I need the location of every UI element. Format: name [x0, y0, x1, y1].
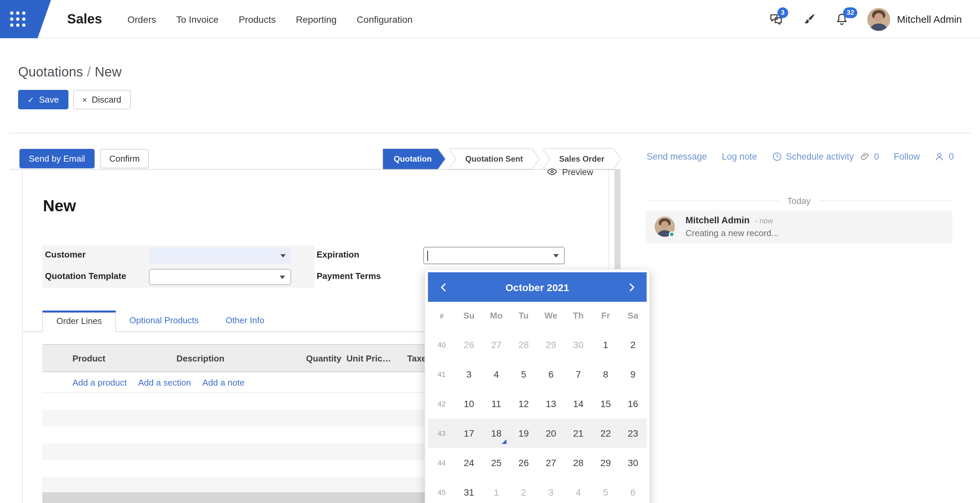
day-cell-13[interactable]: 13 [537, 389, 565, 419]
day-cell-27[interactable]: 27 [483, 330, 510, 360]
dow-su: Su [455, 302, 483, 330]
menu-item-to-invoice[interactable]: To Invoice [177, 14, 219, 24]
day-cell-2[interactable]: 2 [619, 330, 647, 360]
breadcrumb-current: New [95, 64, 122, 79]
day-cell-15[interactable]: 15 [592, 389, 619, 419]
day-cell-18[interactable]: 18 [483, 419, 510, 448]
apps-menu-button[interactable] [0, 0, 51, 38]
send-message-link[interactable]: Send message [647, 151, 707, 162]
attachment-count: 0 [874, 151, 879, 162]
send-by-email-button[interactable]: Send by Email [19, 149, 95, 168]
user-menu[interactable]: Mitchell Admin [868, 8, 962, 30]
tab-other-info[interactable]: Other Info [212, 310, 278, 331]
bell-icon[interactable]: 32 [835, 12, 850, 27]
confirm-button[interactable]: Confirm [100, 149, 149, 168]
expiration-input[interactable] [423, 247, 565, 264]
attachments-button[interactable]: 0 [860, 151, 879, 162]
link-add-a-section[interactable]: Add a section [138, 377, 191, 387]
breadcrumb-quotations[interactable]: Quotations [18, 64, 83, 79]
day-cell-12[interactable]: 12 [510, 389, 538, 419]
column-header-unit-pric: Unit Pric… [341, 353, 395, 363]
day-cell-11[interactable]: 11 [483, 389, 510, 419]
datepicker-month-label[interactable]: October 2021 [452, 281, 622, 293]
day-cell-29[interactable]: 29 [592, 448, 619, 478]
schedule-activity-link[interactable]: Schedule activity [772, 151, 854, 162]
day-cell-22[interactable]: 22 [592, 419, 619, 448]
dp-weeks: 4026272829301241345678942101112131415164… [428, 330, 647, 503]
dp-week-row: 4210111213141516 [428, 389, 647, 419]
chevron-left-icon[interactable] [435, 279, 452, 296]
status-pipeline: QuotationQuotation SentSales Order [383, 149, 620, 169]
week-number: 45 [428, 478, 455, 503]
day-cell-17[interactable]: 17 [455, 419, 483, 448]
save-button[interactable]: ✓ Save [18, 90, 68, 109]
day-cell-20[interactable]: 20 [537, 419, 565, 448]
day-cell-8[interactable]: 8 [592, 360, 619, 389]
day-cell-29[interactable]: 29 [537, 330, 565, 360]
today-divider: Today [647, 196, 951, 206]
dp-week-row: 40262728293012 [428, 330, 647, 360]
week-number: 41 [428, 360, 455, 389]
day-cell-26[interactable]: 26 [455, 330, 483, 360]
day-cell-7[interactable]: 7 [565, 360, 592, 389]
menu-item-reporting[interactable]: Reporting [296, 14, 336, 24]
day-cell-30[interactable]: 30 [565, 330, 592, 360]
day-cell-28[interactable]: 28 [510, 330, 538, 360]
day-cell-25[interactable]: 25 [483, 448, 510, 478]
dp-week-row: 4531123456 [428, 478, 647, 503]
day-cell-2[interactable]: 2 [510, 478, 538, 503]
payment-terms-label: Payment Terms [317, 271, 381, 281]
day-cell-1[interactable]: 1 [483, 478, 510, 503]
day-cell-6[interactable]: 6 [619, 478, 647, 503]
message-author[interactable]: Mitchell Admin [686, 215, 749, 225]
quotation-template-input[interactable] [149, 269, 291, 285]
day-cell-14[interactable]: 14 [565, 389, 592, 419]
discard-button[interactable]: × Discard [73, 90, 130, 109]
log-note-link[interactable]: Log note [722, 151, 757, 162]
day-cell-5[interactable]: 5 [592, 478, 619, 503]
day-cell-9[interactable]: 9 [619, 360, 647, 389]
day-cell-21[interactable]: 21 [565, 419, 592, 448]
day-cell-19[interactable]: 19 [510, 419, 538, 448]
day-cell-16[interactable]: 16 [619, 389, 647, 419]
message-author-line: Mitchell Admin - now [686, 215, 773, 225]
followers-button[interactable]: 0 [935, 151, 954, 162]
close-icon: × [82, 96, 87, 103]
day-cell-27[interactable]: 27 [537, 448, 565, 478]
brush-icon[interactable] [802, 12, 817, 27]
day-cell-1[interactable]: 1 [592, 330, 619, 360]
week-number: 40 [428, 330, 455, 360]
day-cell-3[interactable]: 3 [455, 360, 483, 389]
scrollbar-thumb[interactable] [614, 170, 620, 284]
day-cell-28[interactable]: 28 [565, 448, 592, 478]
follow-button[interactable]: Follow [894, 151, 920, 162]
day-cell-31[interactable]: 31 [455, 478, 483, 503]
day-cell-24[interactable]: 24 [455, 448, 483, 478]
day-cell-26[interactable]: 26 [510, 448, 538, 478]
day-cell-3[interactable]: 3 [537, 478, 565, 503]
menu-item-orders[interactable]: Orders [127, 14, 156, 24]
tab-order-lines[interactable]: Order Lines [42, 310, 116, 332]
link-add-a-product[interactable]: Add a product [72, 377, 127, 387]
tab-optional-products[interactable]: Optional Products [116, 310, 212, 331]
link-add-a-note[interactable]: Add a note [202, 377, 245, 387]
stage-quotation-sent[interactable]: Quotation Sent [449, 149, 539, 169]
messages-icon[interactable]: 3 [769, 12, 784, 27]
topbar-right: 3 32 Mitchell Admin [769, 0, 962, 38]
day-cell-5[interactable]: 5 [510, 360, 538, 389]
chevron-right-icon[interactable] [622, 279, 640, 296]
day-cell-4[interactable]: 4 [483, 360, 510, 389]
stage-sales-order[interactable]: Sales Order [543, 149, 620, 169]
customer-preview-button[interactable]: Preview [547, 166, 593, 177]
menu-item-configuration[interactable]: Configuration [357, 14, 413, 24]
customer-input[interactable] [149, 247, 291, 264]
menu-item-products[interactable]: Products [239, 14, 276, 24]
app-name[interactable]: Sales [67, 0, 102, 38]
day-cell-30[interactable]: 30 [619, 448, 647, 478]
stage-quotation[interactable]: Quotation [383, 149, 445, 169]
day-cell-4[interactable]: 4 [565, 478, 592, 503]
day-cell-10[interactable]: 10 [455, 389, 483, 419]
day-cell-23[interactable]: 23 [619, 419, 647, 448]
dow-tu: Tu [510, 302, 538, 330]
day-cell-6[interactable]: 6 [537, 360, 565, 389]
